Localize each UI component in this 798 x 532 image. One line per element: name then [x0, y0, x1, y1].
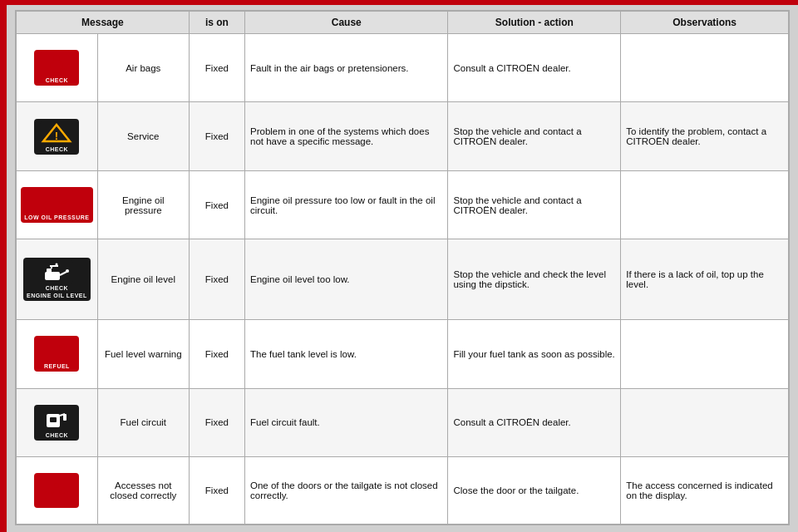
solution-cell: Stop the vehicle and contact a CITROËN d…	[448, 170, 621, 239]
cause-cell: Engine oil pressure too low or fault in …	[245, 170, 448, 239]
col-solution: Solution - action	[448, 12, 621, 34]
solution-cell: Close the door or the tailgate.	[448, 457, 621, 525]
table-row: Accesses not closed correctly Fixed One …	[17, 457, 789, 525]
svg-rect-27	[50, 348, 57, 353]
svg-rect-19	[47, 268, 52, 273]
ison-cell: Fixed	[189, 170, 244, 239]
cause-cell: The fuel tank level is low.	[245, 320, 448, 388]
svg-rect-29	[63, 345, 66, 352]
page-wrapper: Message is on Cause Solution - action Ob…	[0, 0, 798, 532]
observations-cell: To identify the problem, contact a CITRO…	[621, 102, 789, 170]
icon-cell: CHECK	[17, 388, 98, 456]
col-cause: Cause	[245, 12, 448, 34]
icon-cell: ! CHECK	[17, 102, 98, 170]
solution-cell: Consult a CITROËN dealer.	[448, 388, 621, 456]
table-row: CHECK Fuel circuit Fixed Fuel circuit fa…	[17, 388, 789, 456]
svg-point-39	[54, 483, 59, 488]
observations-cell: If there is a lack of oil, top up the le…	[621, 239, 789, 320]
table-row: CHECK Air bags Fixed Fault in the air ba…	[17, 34, 789, 102]
svg-point-13	[66, 199, 69, 202]
ison-cell: Fixed	[189, 102, 244, 170]
col-ison: is on	[189, 12, 244, 34]
observations-cell	[621, 170, 789, 239]
icon-cell: CHECK	[17, 34, 98, 102]
message-cell: Fuel circuit	[97, 388, 189, 456]
icon-cell	[17, 457, 98, 525]
observations-cell: The access concerned is indicated on the…	[621, 457, 789, 525]
table-row: ! CHECK Service Fixed Problem in one of …	[17, 102, 789, 170]
col-observations: Observations	[621, 12, 789, 34]
message-cell: Air bags	[97, 34, 189, 102]
observations-cell	[621, 34, 789, 102]
top-bar	[0, 0, 798, 5]
table-header-row: Message is on Cause Solution - action Ob…	[17, 12, 789, 34]
svg-rect-10	[45, 201, 60, 209]
icon-cell: LOW OIL PRESSURE	[17, 170, 98, 239]
solution-cell: Fill your fuel tank as soon as possible.	[448, 320, 621, 388]
ison-cell: Fixed	[189, 239, 244, 320]
svg-text:!: !	[55, 130, 58, 142]
observations-cell	[621, 388, 789, 456]
ison-cell: Fixed	[189, 320, 244, 388]
cause-cell: Engine oil level too low.	[245, 239, 448, 320]
col-message: Message	[17, 12, 190, 34]
ison-cell: Fixed	[189, 388, 244, 456]
solution-cell: Stop the vehicle and contact a CITROËN d…	[448, 102, 621, 170]
message-cell: Engine oil level	[97, 239, 189, 320]
svg-point-21	[66, 269, 69, 273]
main-table: Message is on Cause Solution - action Ob…	[16, 11, 789, 525]
svg-rect-35	[63, 414, 66, 421]
table-row: LOW OIL PRESSURE Engine oil pressure Fix…	[17, 170, 789, 239]
observations-cell	[621, 320, 789, 388]
table-row: CHECKENGINE OIL LEVEL Engine oil level F…	[17, 239, 789, 320]
table-row: REFUEL Fuel level warning Fixed The fuel…	[17, 320, 789, 388]
svg-rect-11	[47, 198, 52, 202]
cause-cell: Fuel circuit fault.	[245, 388, 448, 456]
solution-cell: Stop the vehicle and check the level usi…	[448, 239, 621, 320]
message-cell: Service	[97, 102, 189, 170]
message-cell: Engine oil pressure	[97, 170, 189, 239]
solution-cell: Consult a CITROËN dealer.	[448, 34, 621, 102]
ison-cell: Fixed	[189, 457, 244, 525]
svg-point-24	[56, 264, 58, 266]
cause-cell: One of the doors or the tailgate is not …	[245, 457, 448, 525]
cause-cell: Problem in one of the systems which does…	[245, 102, 448, 170]
message-cell: Fuel level warning	[97, 320, 189, 388]
svg-point-16	[56, 193, 58, 195]
svg-rect-33	[50, 417, 57, 422]
icon-cell: CHECKENGINE OIL LEVEL	[17, 239, 98, 320]
left-bar	[0, 0, 7, 532]
svg-rect-18	[45, 272, 60, 280]
cause-cell: Fault in the air bags or pretensioners.	[245, 34, 448, 102]
icon-cell: REFUEL	[17, 320, 98, 388]
ison-cell: Fixed	[189, 34, 244, 102]
message-cell: Accesses not closed correctly	[97, 457, 189, 525]
table-container: Message is on Cause Solution - action Ob…	[15, 10, 790, 525]
